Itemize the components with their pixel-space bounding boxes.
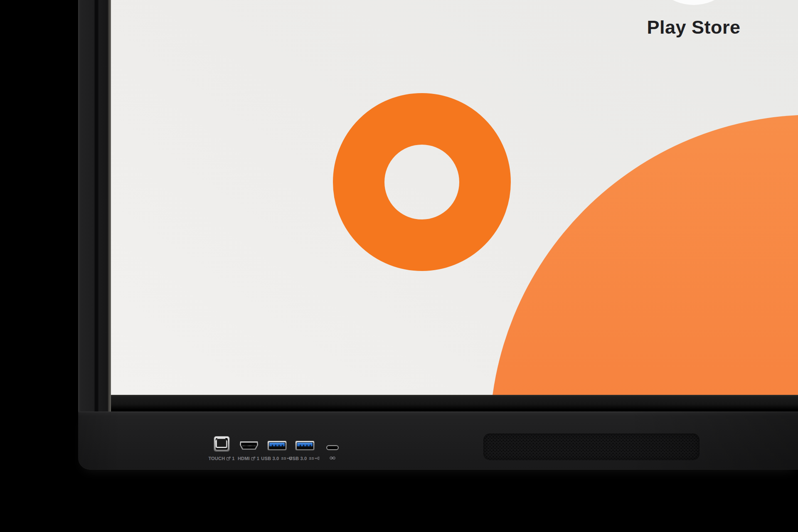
- play-store-label[interactable]: Play Store: [647, 17, 740, 38]
- port-label-usb3-2: USB 3.0 SS: [289, 456, 320, 461]
- wallpaper-large-circle: [490, 115, 798, 395]
- superspeed-ss-text: SS: [281, 456, 286, 461]
- source-out-icon: [251, 456, 256, 461]
- usb-b-plug-outline: [216, 438, 227, 448]
- usb3-port-1: [268, 441, 286, 450]
- port-label-text: USB 3.0: [261, 456, 279, 461]
- port-label-touch: TOUCH 1: [208, 456, 234, 461]
- usb-a-contacts: [270, 445, 284, 446]
- usb3-port-2: [296, 441, 314, 450]
- display-left-frame: [78, 0, 111, 411]
- hdmi-port: [240, 441, 258, 450]
- source-out-icon: [226, 456, 231, 461]
- display-bottom-bezel: [111, 395, 798, 411]
- superspeed-ss-text: SS: [309, 456, 314, 461]
- play-store-icon[interactable]: [647, 0, 740, 5]
- connector-panel: TOUCH 1 HDMI 1 USB 3.0 SS: [78, 411, 798, 470]
- speaker-grille: [483, 433, 699, 460]
- touch-usb-b-port: [214, 436, 229, 451]
- port-number: 1: [232, 456, 234, 461]
- usb-a-contacts: [298, 445, 312, 446]
- superspeed-trident-icon: [315, 456, 320, 461]
- display-screen: Play Store: [111, 0, 798, 395]
- usb-c-link-icon: [329, 456, 336, 460]
- port-label-usb-c: [329, 456, 336, 460]
- product-scene: Play Store TOUCH: [0, 0, 798, 532]
- port-label-text: TOUCH: [208, 456, 225, 461]
- port-label-text: HDMI: [238, 456, 250, 461]
- wallpaper-ring: [333, 93, 511, 271]
- port-label-usb3-1: USB 3.0 SS: [261, 456, 292, 461]
- usb-c-port: [326, 445, 339, 450]
- port-number: 1: [257, 456, 259, 461]
- port-label-hdmi: HDMI 1: [238, 456, 259, 461]
- port-label-text: USB 3.0: [289, 456, 307, 461]
- hdmi-contacts: [242, 445, 256, 446]
